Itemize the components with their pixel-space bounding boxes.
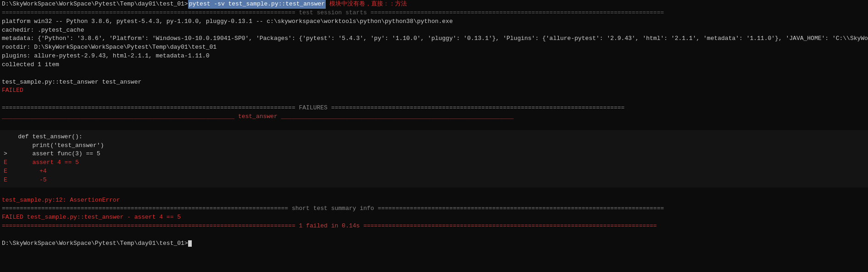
empty-line-4 [0,187,868,196]
prompt-path: D:\SkyWorkSpace\WorkSpace\Pytest\Temp\da… [2,0,188,9]
code-line-3: > assert func(3) == 5 [2,150,866,159]
cursor [188,240,192,247]
terminal-window: D:\SkyWorkSpace\WorkSpace\Pytest\Temp\da… [0,0,868,272]
final-separator: ========================================… [0,222,868,231]
empty-line-5 [0,231,868,239]
prompt-cmd: pytest -sv test_sample.py::test_answer [188,0,326,9]
failures-separator: ========================================… [0,104,868,113]
test-session-separator: ========================================… [0,9,868,17]
platform-line: platform win32 -- Python 3.8.6, pytest-5… [0,17,868,26]
code-line-2: print('test_answer') [2,142,866,150]
failed-status: FAILED [0,86,868,95]
prompt-line: D:\SkyWorkSpace\WorkSpace\Pytest\Temp\da… [0,0,868,9]
test-run-line: test_sample.py::test_answer test_answer [0,78,868,87]
code-line-4: E assert 4 == 5 [2,159,866,167]
code-block: def test_answer(): print('test_answer') … [0,130,868,187]
code-line-5: E +4 [2,167,866,176]
empty-line-2 [0,95,868,104]
empty-line-3 [0,121,868,130]
failed-summary-line: FAILED test_sample.py::test_answer - ass… [0,213,868,222]
rootdir-line: rootdir: D:\SkyWorkSpace\WorkSpace\Pytes… [0,43,868,52]
metadata-line: metadata: {'Python': '3.8.6', 'Platform'… [0,34,868,43]
code-line-1: def test_answer(): [2,133,866,142]
error-link: test_sample.py:12: AssertionError [0,196,868,205]
prompt-annotation: 模块中没有卷，直接：：方法 [329,0,407,9]
final-prompt-line[interactable]: D:\SkyWorkSpace\WorkSpace\Pytest\Temp\da… [0,239,868,248]
final-prompt-path: D:\SkyWorkSpace\WorkSpace\Pytest\Temp\da… [2,239,188,248]
test-answer-separator: ________________________________________… [0,113,868,121]
empty-line-1 [0,69,868,78]
code-line-6: E -5 [2,176,866,185]
plugins-line: plugins: allure-pytest-2.9.43, html-2.1.… [0,52,868,61]
cachedir-line: cachedir: .pytest_cache [0,26,868,35]
collected-line: collected 1 item [0,61,868,69]
summary-separator: ========================================… [0,204,868,213]
